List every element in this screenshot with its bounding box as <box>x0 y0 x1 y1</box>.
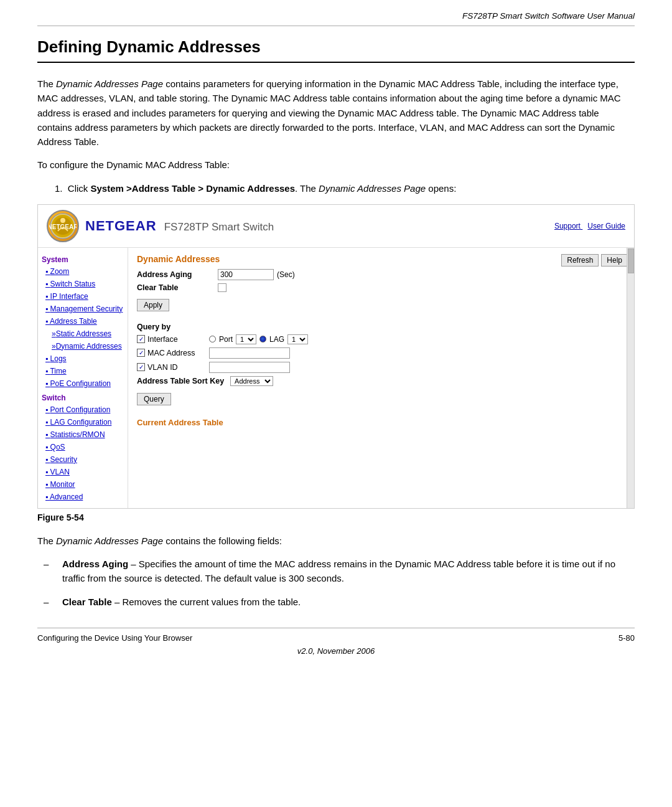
bullet-item-clear-table: – Clear Table – Removes the current valu… <box>44 595 635 609</box>
mac-address-checkbox[interactable]: ✓ <box>137 349 145 357</box>
bullet-dash-2: – <box>44 595 55 609</box>
sidebar-item-advanced[interactable]: Advanced <box>42 491 124 503</box>
interface-label: Interface <box>147 335 178 344</box>
content-page-title: Dynamic Addresses <box>137 254 625 264</box>
svg-text:NETGEAR: NETGEAR <box>49 224 77 230</box>
sidebar-item-port-configuration[interactable]: Port Configuration <box>42 404 124 416</box>
sidebar-item-time[interactable]: Time <box>42 365 124 377</box>
interface-row: ✓ Interface Port 1 LAG 1 <box>137 334 625 344</box>
top-buttons: Refresh Help <box>561 254 628 267</box>
mac-address-input[interactable] <box>209 347 290 359</box>
sidebar-item-static-addresses[interactable]: Static Addresses <box>42 328 124 340</box>
sidebar-item-statistics-rmon[interactable]: Statistics/RMON <box>42 428 124 441</box>
sidebar-item-lag-configuration[interactable]: LAG Configuration <box>42 416 124 428</box>
ng-content-area: Refresh Help Dynamic Addresses Address A… <box>128 248 634 508</box>
footer-left: Configuring the Device Using Your Browse… <box>37 633 192 643</box>
port-label: Port <box>219 335 233 344</box>
ng-sidebar: System Zoom Switch Status IP Interface M… <box>38 248 128 508</box>
sidebar-system-label: System <box>42 255 124 264</box>
apply-button[interactable]: Apply <box>137 299 169 311</box>
address-aging-row: Address Aging (Sec) <box>137 269 625 280</box>
vertical-scrollbar[interactable] <box>627 248 634 508</box>
ng-support-links[interactable]: Support User Guide <box>549 222 625 230</box>
sidebar-item-zoom[interactable]: Zoom <box>42 265 124 278</box>
vlan-id-checkbox[interactable]: ✓ <box>137 363 145 371</box>
svg-point-0 <box>50 214 75 238</box>
query-by-label: Query by <box>137 323 625 331</box>
sort-key-select[interactable]: Address VLAN Interface <box>230 376 273 386</box>
vlan-id-checkbox-label: ✓ VLAN ID <box>137 363 205 372</box>
bullet-content-1: Address Aging – Specifies the amount of … <box>62 557 635 586</box>
refresh-button[interactable]: Refresh <box>561 254 599 267</box>
ng-main-area: System Zoom Switch Status IP Interface M… <box>38 248 634 508</box>
query-button[interactable]: Query <box>137 393 171 405</box>
ng-logo-area: NETGEAR NETGEAR FS728TP Smart Switch <box>47 210 274 242</box>
sidebar-item-logs[interactable]: Logs <box>42 352 124 365</box>
footer-bottom: v2.0, November 2006 <box>37 643 635 659</box>
body-paragraph: The Dynamic Addresses Page contains para… <box>37 77 635 149</box>
sort-key-row: Address Table Sort Key Address VLAN Inte… <box>137 376 625 386</box>
lag-select[interactable]: 1 <box>287 334 308 344</box>
bullet-list: – Address Aging – Specifies the amount o… <box>44 557 635 609</box>
clear-table-checkbox[interactable] <box>218 283 226 292</box>
vlan-id-row: ✓ VLAN ID <box>137 362 625 373</box>
netgear-logo-icon: NETGEAR <box>47 210 79 242</box>
vlan-id-input[interactable] <box>209 362 290 373</box>
port-select[interactable]: 1 <box>236 334 256 344</box>
clear-table-row: Clear Table <box>137 283 625 292</box>
vlan-id-label: VLAN ID <box>147 363 178 372</box>
sidebar-item-ip-interface[interactable]: IP Interface <box>42 290 124 303</box>
svg-point-1 <box>54 217 72 235</box>
interface-checkbox[interactable]: ✓ <box>137 335 145 343</box>
support-link[interactable]: Support <box>554 222 581 230</box>
sidebar-switch-label: Switch <box>42 394 124 402</box>
sort-key-label: Address Table Sort Key <box>137 377 224 385</box>
lag-label: LAG <box>269 335 284 344</box>
interface-checkbox-label: ✓ Interface <box>137 335 205 344</box>
bullet-content-2: Clear Table – Removes the current values… <box>62 595 301 609</box>
port-radio-group: Port 1 LAG 1 <box>209 334 308 344</box>
sidebar-item-poe-configuration[interactable]: PoE Configuration <box>42 377 124 390</box>
sidebar-item-vlan[interactable]: VLAN <box>42 466 124 478</box>
bullet-item-address-aging: – Address Aging – Specifies the amount o… <box>44 557 635 586</box>
port-radio-button[interactable] <box>209 336 216 342</box>
address-aging-label: Address Aging <box>137 270 218 279</box>
ng-header: NETGEAR NETGEAR FS728TP Smart Switch Sup… <box>38 205 634 248</box>
sidebar-item-address-table[interactable]: Address Table <box>42 315 124 328</box>
address-aging-unit: (Sec) <box>277 270 295 279</box>
sidebar-item-switch-status[interactable]: Switch Status <box>42 278 124 290</box>
sidebar-item-security[interactable]: Security <box>42 453 124 466</box>
current-address-table-title: Current Address Table <box>137 418 625 427</box>
manual-title: FS728TP Smart Switch Software User Manua… <box>37 11 635 26</box>
step-1: 1. Click System >Address Table > Dynamic… <box>55 181 635 196</box>
mac-address-checkbox-label: ✓ MAC Address <box>137 349 205 357</box>
address-aging-input[interactable] <box>218 269 274 280</box>
fields-intro: The Dynamic Addresses Page contains the … <box>37 534 635 548</box>
userguide-link[interactable]: User Guide <box>587 222 625 230</box>
svg-point-3 <box>60 218 65 223</box>
sidebar-item-monitor[interactable]: Monitor <box>42 478 124 491</box>
lag-radio-button[interactable] <box>259 336 266 342</box>
screenshot: NETGEAR NETGEAR FS728TP Smart Switch Sup… <box>37 204 635 509</box>
sidebar-item-management-security[interactable]: Management Security <box>42 303 124 315</box>
ng-brand: NETGEAR FS728TP Smart Switch <box>85 218 274 234</box>
bullet-dash-1: – <box>44 557 55 586</box>
footer-right: 5-80 <box>618 633 635 643</box>
scrollbar-thumb[interactable] <box>628 248 634 273</box>
sidebar-item-qos[interactable]: QoS <box>42 441 124 453</box>
configure-text: To configure the Dynamic MAC Address Tab… <box>37 158 635 172</box>
page-footer: Configuring the Device Using Your Browse… <box>37 628 635 643</box>
help-button[interactable]: Help <box>601 254 628 267</box>
clear-table-label: Clear Table <box>137 283 218 292</box>
page-title: Defining Dynamic Addresses <box>37 37 635 63</box>
figure-caption: Figure 5-54 <box>37 512 635 522</box>
mac-address-row: ✓ MAC Address <box>137 347 625 359</box>
mac-address-label: MAC Address <box>147 349 195 357</box>
sidebar-item-dynamic-addresses[interactable]: Dynamic Addresses <box>42 340 124 352</box>
